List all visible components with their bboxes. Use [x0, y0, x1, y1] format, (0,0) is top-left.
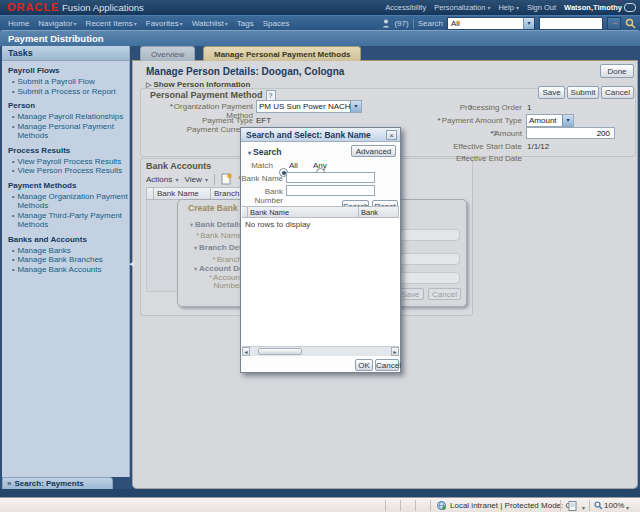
- sidebar-item-manage-payroll-relationships[interactable]: •Manage Payroll Relationships: [12, 112, 129, 122]
- menu-home[interactable]: Home: [8, 19, 29, 28]
- create-icon[interactable]: [221, 173, 232, 185]
- chevron-down-icon[interactable]: ▾: [523, 18, 534, 29]
- view-menu[interactable]: View ▾: [184, 175, 207, 184]
- amount-input[interactable]: [526, 127, 615, 139]
- column-bank-number[interactable]: Bank Number: [359, 206, 399, 218]
- menu-navigator[interactable]: Navigator▾: [38, 19, 76, 28]
- menu-tags[interactable]: Tags: [237, 19, 254, 28]
- chevron-down-icon[interactable]: ▾: [626, 504, 629, 511]
- person-icon[interactable]: [382, 19, 390, 28]
- scroll-left-icon[interactable]: ◄: [242, 347, 250, 356]
- menu-recent-items[interactable]: Recent Items▾: [86, 19, 137, 28]
- org-payment-method-select[interactable]: PM US Sun Power NACHA ▾: [256, 100, 362, 113]
- sidebar-section-payment-methods: Payment Methods: [8, 181, 129, 190]
- bank-number-input[interactable]: [286, 185, 375, 196]
- save-button[interactable]: Save: [538, 86, 565, 99]
- page-settings-icon[interactable]: [568, 501, 577, 511]
- security-zone-text: Local intranet | Protected Mode: Off: [450, 501, 576, 510]
- zoom-level[interactable]: 100%: [604, 501, 624, 510]
- sidebar-item-view-payroll-process-results[interactable]: •View Payroll Process Results: [12, 157, 129, 167]
- help-menu[interactable]: Help▾: [498, 3, 518, 12]
- actions-menu[interactable]: Actions ▾: [146, 175, 178, 184]
- submit-button[interactable]: Submit: [567, 86, 599, 99]
- chevron-down-icon[interactable]: ▾: [582, 504, 585, 511]
- cancel-button[interactable]: Cancel: [601, 86, 634, 99]
- search-input[interactable]: [539, 17, 603, 30]
- collapse-icon: ▾: [194, 266, 197, 272]
- menu-spaces[interactable]: Spaces: [263, 19, 290, 28]
- search-go-button[interactable]: →: [607, 17, 621, 30]
- global-search-area: (97) Search All ▾ →: [382, 17, 636, 30]
- tab-manage-personal-payment-methods[interactable]: Manage Personal Payment Methods: [203, 46, 361, 61]
- horizontal-scrollbar[interactable]: ◄ ►: [242, 347, 399, 356]
- chevron-down-icon: ▾: [180, 21, 183, 27]
- sidebar-section-banks-accounts: Banks and Accounts: [8, 235, 129, 244]
- sidebar-item-manage-personal-payment-methods[interactable]: •Manage Personal Payment Methods: [12, 122, 129, 141]
- empty-results-text: No rows to display: [242, 218, 399, 229]
- advanced-button[interactable]: Advanced: [351, 145, 396, 157]
- column-bank-name[interactable]: Bank Name: [248, 206, 359, 218]
- payment-amount-type-select[interactable]: Amount ▾: [526, 114, 574, 127]
- sidebar-item-manage-bank-accounts[interactable]: •Manage Bank Accounts: [12, 265, 129, 275]
- sidebar-item-submit-process-report[interactable]: •Submit a Process or Report: [12, 87, 129, 97]
- bullet-icon: •: [12, 211, 14, 230]
- bank-accounts-header: Bank Accounts: [146, 161, 211, 171]
- sidebar-item-manage-banks[interactable]: •Manage Banks: [12, 246, 129, 256]
- scroll-right-icon[interactable]: ►: [391, 347, 399, 356]
- watchlist-count[interactable]: (97): [394, 19, 408, 28]
- chevron-down-icon[interactable]: ▾: [562, 115, 573, 126]
- personalization-menu[interactable]: Personalization▾: [434, 3, 490, 12]
- chevron-down-icon[interactable]: ▾: [350, 101, 361, 112]
- sidebar-item-view-person-process-results[interactable]: •View Person Process Results: [12, 166, 129, 176]
- advanced-search-icon[interactable]: [625, 18, 636, 29]
- payment-type-value: EFT: [256, 116, 271, 125]
- required-marker: *: [213, 255, 216, 264]
- bank-name-input[interactable]: [286, 172, 375, 183]
- bullet-icon: •: [12, 265, 14, 275]
- divider: [430, 500, 431, 511]
- sign-out-link[interactable]: Sign Out: [527, 3, 556, 12]
- show-person-information-toggle[interactable]: ▷Show Person Information: [146, 80, 250, 89]
- main-menubar: Home Navigator▾ Recent Items▾ Favorites▾…: [0, 15, 640, 30]
- splitter-collapse-arrow[interactable]: ◀: [129, 260, 134, 268]
- dialog-title[interactable]: Search and Select: Bank Name: [241, 128, 400, 142]
- ok-button[interactable]: OK: [355, 359, 373, 371]
- scrollbar-thumb[interactable]: [258, 348, 302, 355]
- done-button[interactable]: Done: [600, 64, 634, 78]
- match-any-label: Any: [313, 161, 327, 170]
- bullet-icon: •: [12, 157, 14, 167]
- create-cancel-button[interactable]: Cancel: [428, 288, 461, 300]
- row-selector-column: [146, 187, 154, 200]
- search-label: Search: [418, 19, 443, 28]
- search-scope-select[interactable]: All ▾: [447, 17, 535, 30]
- modal-cancel-button[interactable]: Cancel: [375, 359, 399, 371]
- sidebar-item-manage-bank-branches[interactable]: •Manage Bank Branches: [12, 255, 129, 265]
- bank-accounts-toolbar: Actions ▾ View ▾ ✎: [146, 172, 253, 186]
- required-marker: *: [209, 273, 212, 282]
- processing-order-label: Processing Order: [430, 103, 522, 112]
- menu-favorites[interactable]: Favorites▾: [146, 19, 183, 28]
- search-select-bank-name-dialog: Search and Select: Bank Name × ▾Search A…: [240, 127, 401, 373]
- create-branch-label: *Branch: [186, 256, 242, 264]
- page-bottom-strip: [0, 489, 640, 497]
- sidebar-item-submit-payroll-flow[interactable]: •Submit a Payroll Flow: [12, 77, 129, 87]
- expander-right-icon: ▷: [146, 81, 151, 88]
- tab-overview[interactable]: Overview: [140, 46, 195, 61]
- tasks-panel-header[interactable]: Tasks: [2, 46, 129, 61]
- divider: [385, 500, 386, 511]
- menu-watchlist[interactable]: Watchlist▾: [192, 19, 228, 28]
- page-header: Payment Distribution: [0, 30, 640, 46]
- tasks-sidebar: Tasks Payroll Flows •Submit a Payroll Fl…: [2, 46, 130, 477]
- sidebar-item-manage-org-payment-methods[interactable]: •Manage Organization Payment Methods: [12, 192, 129, 211]
- chevron-down-icon: ▾: [487, 5, 490, 11]
- create-bank-name-label: *Bank Name: [186, 232, 242, 240]
- match-all-label: All: [289, 161, 298, 170]
- search-section-header[interactable]: ▾Search: [248, 147, 281, 157]
- close-icon[interactable]: ×: [386, 130, 397, 140]
- chevron-down-icon: ▾: [134, 21, 137, 27]
- accessibility-link[interactable]: Accessibility: [385, 3, 426, 12]
- bullet-icon: •: [12, 87, 14, 97]
- create-account-number-label: *Account Number: [186, 274, 242, 290]
- sidebar-item-manage-third-party-payment-methods[interactable]: •Manage Third-Party Payment Methods: [12, 211, 129, 230]
- zoom-magnifier-icon[interactable]: [594, 501, 603, 510]
